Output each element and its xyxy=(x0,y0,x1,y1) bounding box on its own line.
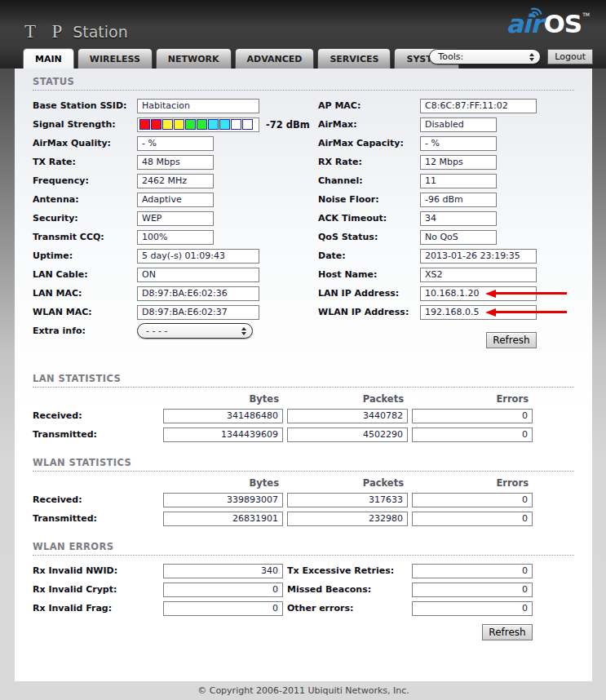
lan-received-bytes-field[interactable] xyxy=(163,409,283,423)
tx-rate-label: TX Rate: xyxy=(33,157,137,167)
table-row: Rx Invalid NWID: Tx Excessive Retries: xyxy=(33,561,574,580)
transmitted-label: Transmitted: xyxy=(33,513,163,524)
tx-rate-field[interactable] xyxy=(137,155,214,170)
rx-invalid-frag-field[interactable] xyxy=(163,601,283,616)
lan-received-errors-field[interactable] xyxy=(412,409,533,423)
wlan-ip-address-field[interactable] xyxy=(420,305,537,320)
wlan-statistics-header: Bytes Packets Errors xyxy=(33,477,574,490)
tools-select-value: Tools: xyxy=(438,51,463,62)
refresh-button-status[interactable]: Refresh xyxy=(486,332,537,348)
lan-transmitted-packets-field[interactable] xyxy=(287,428,408,442)
lan-mac-field[interactable] xyxy=(137,286,259,301)
device-brand: T P Station xyxy=(24,21,128,42)
airos-os-text: OS xyxy=(543,10,582,38)
status-left-column: Base Station SSID: Signal Strength: -72 … xyxy=(33,96,318,348)
tab-network[interactable]: NETWORK xyxy=(156,48,232,69)
field-row: WLAN MAC: xyxy=(33,303,318,321)
received-label: Received: xyxy=(33,410,163,421)
wlan-mac-field[interactable] xyxy=(137,305,259,320)
airmax-quality-field[interactable] xyxy=(137,136,214,151)
transmit-ccq-label: Transmit CCQ: xyxy=(33,232,137,242)
signal-strength-label: Signal Strength: xyxy=(33,119,137,130)
lan-received-packets-field[interactable] xyxy=(287,409,408,423)
field-row: Date: xyxy=(318,246,574,265)
lan-transmitted-errors-field[interactable] xyxy=(412,428,533,442)
tab-advanced[interactable]: ADVANCED xyxy=(235,48,315,69)
airmax-field[interactable] xyxy=(420,117,497,132)
field-row: Uptime: xyxy=(33,246,318,265)
field-row: LAN IP Address: xyxy=(318,284,574,303)
wlan-transmitted-errors-field[interactable] xyxy=(412,512,533,526)
wlan-received-errors-field[interactable] xyxy=(412,493,533,507)
qos-status-label: QoS Status: xyxy=(318,232,420,242)
field-row: AirMax: xyxy=(318,115,574,134)
wlan-transmitted-bytes-field[interactable] xyxy=(163,512,283,526)
missed-beacons-label: Missed Beacons: xyxy=(287,584,412,595)
column-header-packets: Packets xyxy=(287,393,408,406)
extra-info-label: Extra info: xyxy=(33,326,137,336)
field-row: Noise Floor: xyxy=(318,190,574,209)
rx-invalid-nwid-field[interactable] xyxy=(163,564,283,578)
airmax-capacity-label: AirMax Capacity: xyxy=(318,138,420,148)
wlan-errors-section: WLAN ERRORS Rx Invalid NWID: Tx Excessiv… xyxy=(33,541,574,640)
rx-invalid-crypt-label: Rx Invalid Crypt: xyxy=(33,584,163,595)
other-errors-field[interactable] xyxy=(412,601,533,616)
tab-services[interactable]: SERVICES xyxy=(317,48,391,69)
lan-cable-field[interactable] xyxy=(137,268,259,282)
wlan-statistics-section: WLAN STATISTICS Bytes Packets Errors Rec… xyxy=(33,457,574,528)
airmax-capacity-field[interactable] xyxy=(420,136,497,151)
rx-rate-field[interactable] xyxy=(420,155,497,170)
ap-mac-field[interactable] xyxy=(420,99,537,113)
signal-bar xyxy=(162,119,173,130)
logout-button[interactable]: Logout xyxy=(547,49,593,64)
wlan-received-bytes-field[interactable] xyxy=(163,493,283,507)
frequency-field[interactable] xyxy=(137,174,214,188)
table-row: Rx Invalid Crypt: Missed Beacons: xyxy=(33,580,574,599)
select-arrows-icon xyxy=(529,53,534,61)
column-header-bytes: Bytes xyxy=(163,477,283,490)
date-field[interactable] xyxy=(420,249,537,264)
tx-excessive-retries-field[interactable] xyxy=(412,564,533,578)
main-area: STATUS Base Station SSID: Signal Strengt… xyxy=(0,69,606,700)
signal-strength-value: -72 dBm xyxy=(266,119,310,131)
tab-main[interactable]: MAIN xyxy=(23,48,74,69)
uptime-field[interactable] xyxy=(137,249,259,264)
qos-status-field[interactable] xyxy=(420,230,497,245)
security-field[interactable] xyxy=(137,211,214,226)
wlan-statistics-title: WLAN STATISTICS xyxy=(33,457,574,472)
tab-wireless[interactable]: WIRELESS xyxy=(77,48,153,69)
signal-bar xyxy=(219,119,230,130)
missed-beacons-field[interactable] xyxy=(412,583,533,597)
antenna-field[interactable] xyxy=(137,193,214,207)
field-row: LAN MAC: xyxy=(33,284,318,303)
wlan-mac-label: WLAN MAC: xyxy=(33,307,137,317)
other-errors-label: Other errors: xyxy=(287,603,412,614)
field-row: Base Station SSID: xyxy=(33,96,318,115)
tools-select[interactable]: Tools: xyxy=(429,49,541,64)
wlan-received-packets-field[interactable] xyxy=(287,493,408,507)
host-name-field[interactable] xyxy=(420,268,537,282)
signal-strength-row: Signal Strength: -72 dBm xyxy=(33,115,318,134)
status-form: Base Station SSID: Signal Strength: -72 … xyxy=(33,96,574,348)
extra-info-select[interactable]: - - - - xyxy=(137,323,253,339)
field-row: Extra info: - - - - xyxy=(33,321,318,340)
noise-floor-field[interactable] xyxy=(420,193,497,207)
rx-invalid-crypt-field[interactable] xyxy=(163,583,283,597)
frequency-label: Frequency: xyxy=(33,175,137,186)
column-header-packets: Packets xyxy=(287,477,408,490)
header: T P Station air OS TM MAIN WIRELESS NETW… xyxy=(0,0,606,69)
airmax-label: AirMax: xyxy=(318,119,420,130)
field-row: Host Name: xyxy=(318,265,574,284)
base-station-ssid-field[interactable] xyxy=(137,99,259,113)
transmit-ccq-field[interactable] xyxy=(137,230,214,245)
refresh-button-bottom[interactable]: Refresh xyxy=(482,624,533,640)
signal-strength-meter xyxy=(137,117,259,132)
channel-field[interactable] xyxy=(420,174,497,188)
wlan-transmitted-packets-field[interactable] xyxy=(287,512,408,526)
column-header-bytes: Bytes xyxy=(163,393,283,406)
ack-timeout-field[interactable] xyxy=(420,211,497,226)
lan-transmitted-bytes-field[interactable] xyxy=(163,428,283,442)
lan-ip-address-field[interactable] xyxy=(420,286,537,301)
wlan-errors-title: WLAN ERRORS xyxy=(33,541,574,556)
antenna-label: Antenna: xyxy=(33,194,137,205)
